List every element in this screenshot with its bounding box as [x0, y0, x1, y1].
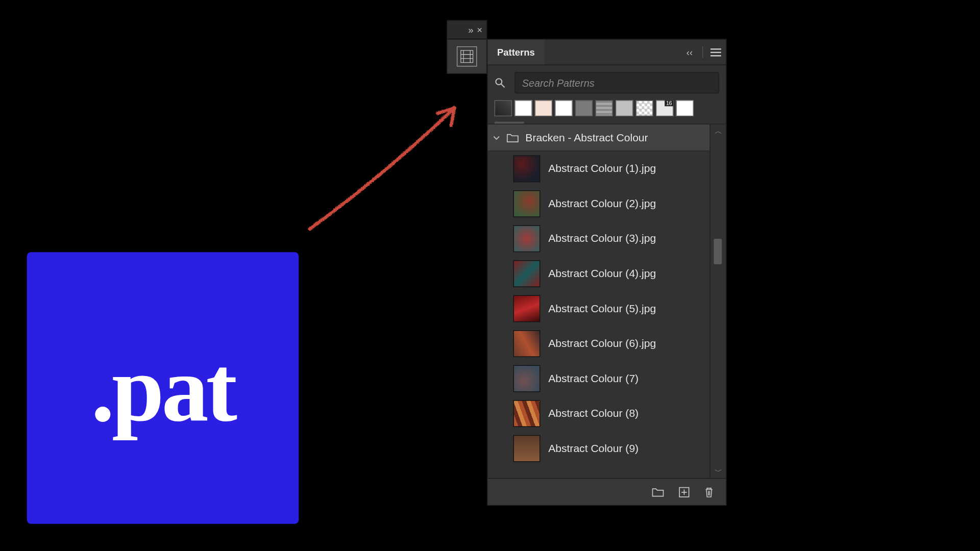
pattern-item[interactable]: Abstract Colour (8): [488, 396, 710, 431]
pattern-item[interactable]: Abstract Colour (7): [488, 361, 710, 396]
recent-swatch[interactable]: [495, 100, 512, 116]
pattern-item-label: Abstract Colour (1).jpg: [548, 163, 656, 175]
svg-line-2: [501, 84, 505, 88]
annotation-arrow: [303, 94, 471, 236]
pattern-thumbnail: [513, 260, 541, 287]
search-row: [488, 65, 726, 97]
pattern-thumbnail: [513, 365, 541, 392]
pattern-item-label: Abstract Colour (2).jpg: [548, 197, 656, 210]
recent-swatch[interactable]: [636, 100, 653, 116]
panel-tab-patterns[interactable]: Patterns: [488, 40, 545, 65]
expand-panels-icon[interactable]: »: [468, 24, 471, 35]
pattern-thumbnail: [513, 190, 541, 217]
scroll-up-icon[interactable]: ︿: [710, 124, 726, 138]
svg-point-1: [496, 79, 502, 85]
new-group-button[interactable]: [652, 487, 664, 496]
pattern-thumbnail: [513, 295, 541, 322]
pattern-item[interactable]: Abstract Colour (6).jpg: [488, 326, 710, 361]
recent-swatch[interactable]: [595, 100, 612, 116]
recent-swatch[interactable]: [575, 100, 593, 116]
pattern-item-label: Abstract Colour (4).jpg: [548, 268, 656, 280]
panel-footer: [488, 478, 726, 505]
search-icon: [495, 78, 509, 88]
pat-file-icon: .pat: [27, 252, 299, 523]
collapse-panel-icon[interactable]: ‹‹: [679, 40, 700, 65]
pat-file-extension: .pat: [91, 334, 234, 442]
patterns-dock-icon: [457, 46, 477, 67]
pattern-item-label: Abstract Colour (3).jpg: [548, 233, 656, 245]
pattern-item-label: Abstract Colour (8): [548, 408, 639, 420]
chevron-down-icon: [493, 134, 500, 141]
recent-swatch[interactable]: [656, 100, 673, 116]
pattern-item[interactable]: Abstract Colour (9): [488, 431, 710, 466]
pattern-item[interactable]: Abstract Colour (3).jpg: [488, 221, 710, 257]
panel-menu-icon[interactable]: [706, 40, 726, 65]
pattern-item[interactable]: Abstract Colour (5).jpg: [488, 291, 710, 327]
scroll-thumb[interactable]: [714, 239, 722, 264]
pattern-item-label: Abstract Colour (6).jpg: [548, 338, 656, 350]
recent-swatch[interactable]: [616, 100, 633, 116]
svg-rect-0: [461, 51, 473, 63]
folder-name: Bracken - Abstract Colour: [525, 132, 648, 144]
pattern-thumbnail: [513, 400, 541, 427]
pattern-item-label: Abstract Colour (9): [548, 442, 639, 455]
recent-swatch[interactable]: [676, 100, 694, 116]
close-panel-group-icon[interactable]: ×: [477, 24, 482, 35]
pattern-item[interactable]: Abstract Colour (2).jpg: [488, 186, 710, 221]
panel-header: Patterns ‹‹: [488, 40, 726, 65]
pattern-thumbnail: [513, 155, 541, 182]
recent-patterns-row: [488, 97, 726, 121]
pattern-item[interactable]: Abstract Colour (4).jpg: [488, 256, 710, 291]
pattern-folder[interactable]: Bracken - Abstract Colour: [488, 124, 710, 152]
pattern-thumbnail: [513, 435, 541, 462]
pattern-item-label: Abstract Colour (5).jpg: [548, 303, 656, 315]
panel-title: Patterns: [497, 47, 535, 58]
recent-swatch[interactable]: [555, 100, 572, 116]
folder-icon: [506, 133, 519, 142]
pattern-thumbnail: [513, 330, 541, 357]
search-input[interactable]: [514, 72, 719, 93]
pattern-list-container: Bracken - Abstract Colour Abstract Colou…: [488, 124, 726, 479]
collapsed-panel-button[interactable]: [447, 39, 487, 74]
delete-button[interactable]: [704, 487, 714, 497]
header-divider: [702, 46, 703, 58]
recent-swatch[interactable]: [535, 100, 552, 116]
scrollbar[interactable]: ︿ ﹀: [709, 124, 726, 478]
pattern-item[interactable]: Abstract Colour (1).jpg: [488, 152, 710, 187]
patterns-panel: Patterns ‹‹: [487, 39, 726, 506]
pattern-item-label: Abstract Colour (7): [548, 372, 639, 385]
new-pattern-button[interactable]: [679, 487, 690, 497]
pattern-thumbnail: [513, 226, 541, 253]
scroll-down-icon[interactable]: ﹀: [710, 465, 726, 478]
panel-dock-bar: » ×: [447, 20, 487, 39]
pattern-list: Bracken - Abstract Colour Abstract Colou…: [488, 124, 710, 478]
recent-swatch[interactable]: [514, 100, 532, 116]
